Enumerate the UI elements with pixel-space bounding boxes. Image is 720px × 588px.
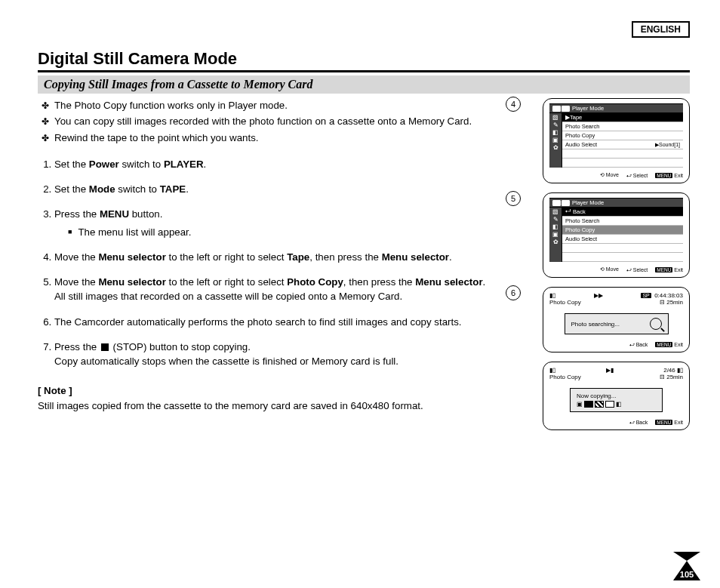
menu-icon-col: ▧✎◧▣✿ (549, 208, 562, 262)
screen-menu-tape: Player Mode ▧✎◧▣✿ ▶Tape Photo Search Pho… (543, 98, 690, 183)
menu-opt-tape: ▶Tape (562, 113, 683, 122)
section-subtitle: Copying Still Images from a Cassette to … (38, 75, 690, 94)
step-1: Set the Power switch to PLAYER. (54, 157, 516, 171)
menu-opt-photo-search: Photo Search (562, 217, 683, 226)
hint-move: ⟲ Move (600, 172, 619, 178)
remaining-time: ⊟ 25min (660, 299, 683, 306)
remaining-time: ⊟ 25min (660, 374, 683, 380)
callout-5: 5 (506, 191, 521, 206)
bullet-item: Rewind the tape to the point which you w… (54, 131, 516, 145)
step-2: Set the Mode switch to TAPE. (54, 182, 516, 196)
page-title: Digital Still Camera Mode (38, 49, 690, 72)
stop-icon (101, 343, 109, 351)
sp-badge: SP (641, 293, 651, 298)
hint-exit: MENU Exit (655, 267, 683, 272)
hint-back: ⮐ Back (629, 420, 648, 425)
lcd-mode-label: Photo Copy (549, 374, 581, 380)
note-text: Still images copied from the cassette to… (38, 399, 516, 413)
photo-count: 2/46 (663, 367, 675, 374)
menu-icon-col: ▧✎◧▣✿ (549, 113, 562, 168)
battery-icon: ▮▯ (549, 367, 555, 374)
battery-icon: ▮▯ (549, 292, 555, 299)
timecode: 0:44:38:03 (654, 292, 683, 299)
hint-back: ⮐ Back (629, 342, 648, 347)
menu-header: Player Mode (549, 104, 683, 113)
copying-text: Now copying... (577, 393, 616, 399)
step-5: Move the Menu selector to the left or ri… (54, 275, 516, 304)
menu-header: Player Mode (549, 199, 683, 208)
camcorder-icon (552, 106, 570, 112)
bullet-item: The Photo Copy function works only in Pl… (54, 98, 516, 112)
menu-opt-audio-select: Audio Select (562, 235, 683, 244)
callout-6: 6 (506, 285, 521, 300)
hint-exit: MENU Exit (655, 420, 683, 425)
hint-exit: MENU Exit (655, 173, 683, 178)
menu-opt-photo-copy: Photo Copy (562, 131, 683, 140)
step-5-line2: All still images that recorded on a cass… (54, 289, 516, 303)
hint-select: ⮐ Select (626, 173, 648, 178)
screen-menu-photo-copy: Player Mode ▧✎◧▣✿ ⮠ Back Photo Search Ph… (543, 192, 690, 278)
fast-forward-icon: ▶▶ (594, 292, 603, 299)
menu-opt-photo-copy-selected: Photo Copy (562, 226, 683, 235)
step-4: Move the Menu selector to the left or ri… (54, 250, 516, 264)
lcd-mode-label: Photo Copy (549, 299, 581, 306)
step-3-sub: The menu list will appear. (68, 225, 516, 239)
play-pause-icon: ▶▮ (606, 367, 614, 374)
hint-exit: MENU Exit (655, 342, 683, 347)
note-heading: [ Note ] (38, 383, 516, 398)
language-badge: ENGLISH (632, 21, 690, 38)
menu-opt-photo-search: Photo Search (562, 122, 683, 131)
callout-4: 4 (506, 97, 521, 112)
screen-photo-searching: ▮▯ ▶▶ SP 0:44:38:03 Photo Copy ⊟ 25min P… (543, 287, 690, 352)
searching-text: Photo searching... (571, 321, 620, 328)
step-7-line2: Copy automatically stops when the casset… (54, 354, 516, 368)
intro-bullets: The Photo Copy function works only in Pl… (38, 98, 516, 145)
hint-select: ⮐ Select (626, 267, 648, 272)
step-7: Press the (STOP) button to stop copying.… (54, 340, 516, 369)
magnifier-icon (650, 318, 662, 330)
menu-opt-back: ⮠ Back (562, 208, 683, 217)
step-6: The Camcorder automatically performs the… (54, 315, 516, 329)
copy-progress-icon: ▣ ◧ (577, 401, 622, 408)
step-list: Set the Power switch to PLAYER. Set the … (38, 157, 516, 369)
bullet-item: You can copy still images recorded with … (54, 114, 516, 128)
menu-opt-audio-select: Audio Select▶Sound[1] (562, 140, 683, 149)
hint-move: ⟲ Move (600, 266, 619, 272)
screen-now-copying: ▮▯ ▶▮ 2/46 ▮▯ Photo Copy ⊟ 25min Now cop… (543, 362, 690, 430)
camcorder-icon (552, 200, 570, 206)
step-3: Press the MENU button. The menu list wil… (54, 207, 516, 239)
